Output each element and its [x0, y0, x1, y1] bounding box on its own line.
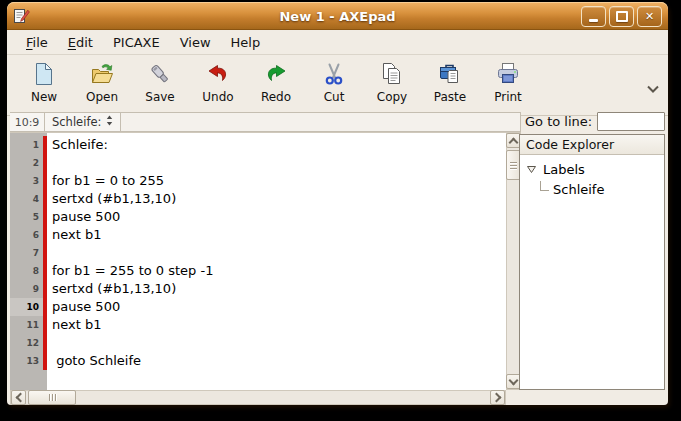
- goto-line-input[interactable]: [597, 112, 665, 131]
- window-controls: ✕: [581, 6, 662, 27]
- tree-connector: [540, 181, 549, 191]
- code-editor[interactable]: 12345678910111213 Schleife:for b1 = 0 to…: [10, 132, 506, 390]
- app-icon: [13, 8, 30, 25]
- line-number: 5: [10, 208, 47, 226]
- line-number: 2: [10, 154, 47, 172]
- tree-leaf-label: Schleife: [553, 182, 604, 197]
- toolbar-button-label: Cut: [324, 90, 345, 104]
- line-number-gutter: 12345678910111213: [10, 133, 47, 390]
- copy-documents-icon: [379, 60, 405, 88]
- minimize-icon: [589, 19, 598, 22]
- tree-leaf-schleife[interactable]: Schleife: [526, 179, 664, 199]
- code-line: goto Schleife: [52, 352, 506, 370]
- cut-scissors-icon: [321, 60, 347, 88]
- line-number: 1: [10, 136, 47, 154]
- goto-line-label: Go to line:: [525, 114, 592, 129]
- toolbar-button-label: Undo: [202, 90, 233, 104]
- new-document-icon: [31, 60, 57, 88]
- toolbar-button-label: Paste: [434, 90, 466, 104]
- chevron-up-icon: [509, 137, 519, 147]
- toolbar-button-label: Copy: [377, 90, 407, 104]
- menu-item-picaxe[interactable]: PICAXE: [104, 32, 169, 53]
- toolbar-copy-button[interactable]: Copy: [363, 58, 421, 104]
- chevron-left-icon: [15, 393, 25, 403]
- menu-item-view[interactable]: View: [171, 32, 220, 53]
- titlebar[interactable]: New 1 - AXEpad ✕: [7, 2, 668, 30]
- code-line: pause 500: [52, 298, 506, 316]
- chevron-down-icon: [509, 376, 519, 386]
- toolbar-button-label: Save: [145, 90, 174, 104]
- line-number: 6: [10, 226, 47, 244]
- editor-horizontal-scrollbar[interactable]: [10, 390, 506, 405]
- tree-node-labels[interactable]: Labels: [526, 159, 664, 179]
- code-line: sertxd (#b1,13,10): [52, 280, 506, 298]
- horizontal-scroll-thumb[interactable]: [28, 390, 76, 405]
- close-icon: ✕: [645, 11, 654, 22]
- up-down-arrows-icon: [106, 115, 113, 129]
- toolbar-new-button[interactable]: New: [15, 58, 73, 104]
- code-line: for b1 = 0 to 255: [52, 172, 506, 190]
- toolbar-button-label: Open: [86, 90, 118, 104]
- scroll-right-button[interactable]: [490, 390, 505, 405]
- goto-line-row: Go to line:: [519, 111, 665, 132]
- code-explorer-panel: Code Explorer LabelsSchleife: [519, 134, 665, 390]
- window-title: New 1 - AXEpad: [7, 9, 668, 24]
- line-number: 11: [10, 316, 47, 334]
- labels-tree: LabelsSchleife: [520, 155, 664, 199]
- menu-item-help[interactable]: Help: [222, 32, 270, 53]
- line-number: 10: [10, 298, 47, 316]
- scroll-left-button[interactable]: [11, 390, 26, 405]
- toolbar-paste-button[interactable]: Paste: [421, 58, 479, 104]
- toolbar-open-button[interactable]: Open: [73, 58, 131, 104]
- label-selector-text: Schleife:: [52, 115, 101, 129]
- menu-item-file[interactable]: File: [17, 32, 57, 53]
- line-number: 3: [10, 172, 47, 190]
- toolbar-button-label: New: [31, 90, 57, 104]
- code-text-area[interactable]: Schleife:for b1 = 0 to 255sertxd (#b1,13…: [47, 133, 506, 390]
- code-line: next b1: [52, 316, 506, 334]
- toolbar-redo-button[interactable]: Redo: [247, 58, 305, 104]
- menu-item-edit[interactable]: Edit: [59, 32, 102, 53]
- menubar: FileEditPICAXEViewHelp: [7, 30, 668, 54]
- tree-expander-icon[interactable]: [526, 165, 537, 174]
- line-number: 4: [10, 190, 47, 208]
- code-line: for b1 = 255 to 0 step -1: [52, 262, 506, 280]
- code-line: next b1: [52, 226, 506, 244]
- line-number: 9: [10, 280, 47, 298]
- line-number: 13: [10, 352, 47, 370]
- maximize-icon: [616, 11, 628, 22]
- paste-clipboard-icon: [437, 60, 463, 88]
- code-line: [52, 154, 506, 172]
- code-line: Schleife:: [52, 136, 506, 154]
- redo-arrow-icon: [263, 60, 289, 88]
- toolbar-print-button[interactable]: Print: [479, 58, 537, 104]
- code-line: pause 500: [52, 208, 506, 226]
- toolbar-button-label: Redo: [261, 90, 291, 104]
- label-selector[interactable]: Schleife:: [45, 113, 121, 131]
- chevron-right-icon: [491, 393, 501, 403]
- toolbar-save-button[interactable]: Save: [131, 58, 189, 104]
- save-usb-icon: [147, 60, 173, 88]
- toolbar-button-label: Print: [494, 90, 522, 104]
- code-line: [52, 244, 506, 262]
- toolbar-undo-button[interactable]: Undo: [189, 58, 247, 104]
- line-number: 7: [10, 244, 47, 262]
- line-number: 12: [10, 334, 47, 352]
- close-button[interactable]: ✕: [637, 6, 662, 27]
- tree-node-label: Labels: [543, 162, 585, 177]
- minimize-button[interactable]: [581, 6, 606, 27]
- code-line: [52, 334, 506, 352]
- chevron-down-icon: [646, 79, 660, 98]
- change-bar: [43, 136, 47, 370]
- toolbar: NewOpenSaveUndoRedoCutCopyPastePrint: [7, 54, 668, 116]
- open-folder-icon: [89, 60, 115, 88]
- print-printer-icon: [495, 60, 521, 88]
- maximize-button[interactable]: [609, 6, 634, 27]
- code-line: sertxd (#b1,13,10): [52, 190, 506, 208]
- toolbar-overflow-button[interactable]: [646, 79, 660, 98]
- cursor-position: 10:9: [10, 113, 45, 131]
- undo-arrow-icon: [205, 60, 231, 88]
- code-explorer-header[interactable]: Code Explorer: [520, 135, 664, 155]
- axepad-window: New 1 - AXEpad ✕ FileEditPICAXEViewHelp …: [7, 2, 668, 405]
- toolbar-cut-button[interactable]: Cut: [305, 58, 363, 104]
